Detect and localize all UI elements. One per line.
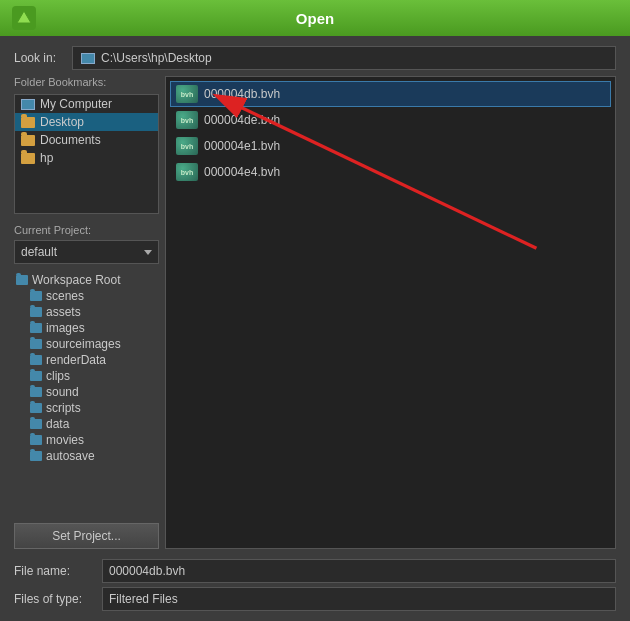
bookmark-documents[interactable]: Documents — [15, 131, 158, 149]
project-dropdown[interactable]: default — [14, 240, 159, 264]
bvh-icon-1: bvh — [176, 111, 198, 129]
file-list: bvh000004db.bvhbvh000004de.bvhbvh000004e… — [166, 77, 615, 189]
dialog-body: Look in: C:\Users\hp\Desktop Folder Book… — [0, 36, 630, 621]
folder-icon-desktop — [21, 117, 35, 128]
tree-label-images: images — [46, 321, 85, 335]
tree-label-movies: movies — [46, 433, 84, 447]
dialog-title: Open — [296, 10, 334, 27]
file-label-1: 000004de.bvh — [204, 113, 280, 127]
tree-item-clips[interactable]: clips — [14, 368, 159, 384]
tree-label-scripts: scripts — [46, 401, 81, 415]
tree-item-data[interactable]: data — [14, 416, 159, 432]
file-item-2[interactable]: bvh000004e1.bvh — [170, 133, 611, 159]
tree-folder-icon-sourceimages — [30, 339, 42, 349]
filetype-label: Files of type: — [14, 592, 94, 606]
folder-bookmarks-label: Folder Bookmarks: — [14, 76, 159, 88]
look-in-field[interactable]: C:\Users\hp\Desktop — [72, 46, 616, 70]
filetype-row: Files of type: — [14, 587, 616, 611]
bvh-icon-0: bvh — [176, 85, 198, 103]
look-in-label: Look in: — [14, 51, 64, 65]
tree-label-autosave: autosave — [46, 449, 95, 463]
tree-label-sound: sound — [46, 385, 79, 399]
computer-icon — [21, 99, 35, 110]
tree-item-scripts[interactable]: scripts — [14, 400, 159, 416]
tree-label-renderData: renderData — [46, 353, 106, 367]
filename-row: File name: — [14, 559, 616, 583]
filename-input[interactable] — [102, 559, 616, 583]
bookmark-my-computer[interactable]: My Computer — [15, 95, 158, 113]
folder-icon-documents — [21, 135, 35, 146]
bookmark-label-hp: hp — [40, 151, 53, 165]
monitor-icon — [81, 53, 95, 64]
tree-item-autosave[interactable]: autosave — [14, 448, 159, 464]
svg-marker-0 — [17, 11, 31, 23]
bookmark-label-documents: Documents — [40, 133, 101, 147]
tree-folder-icon-renderData — [30, 355, 42, 365]
tree-item-images[interactable]: images — [14, 320, 159, 336]
project-dropdown-value: default — [21, 245, 57, 259]
tree-item-sourceimages[interactable]: sourceimages — [14, 336, 159, 352]
filetype-input[interactable] — [102, 587, 616, 611]
tree-folder-icon-sound — [30, 387, 42, 397]
left-panel: Folder Bookmarks: My Computer Desktop Do… — [14, 76, 159, 549]
bookmark-desktop[interactable]: Desktop — [15, 113, 158, 131]
tree-folder-icon-clips — [30, 371, 42, 381]
bookmark-label-desktop: Desktop — [40, 115, 84, 129]
look-in-row: Look in: C:\Users\hp\Desktop — [14, 46, 616, 70]
file-item-1[interactable]: bvh000004de.bvh — [170, 107, 611, 133]
file-label-2: 000004e1.bvh — [204, 139, 280, 153]
bottom-rows: File name: Files of type: — [14, 555, 616, 611]
tree-label-data: data — [46, 417, 69, 431]
file-item-0[interactable]: bvh000004db.bvh — [170, 81, 611, 107]
current-project-label: Current Project: — [14, 224, 159, 236]
tree-folder-icon-root — [16, 275, 28, 285]
bookmarks-list[interactable]: My Computer Desktop Documents hp — [14, 94, 159, 214]
set-project-button[interactable]: Set Project... — [14, 523, 159, 549]
tree-folder-icon-scripts — [30, 403, 42, 413]
bookmark-label-mycomputer: My Computer — [40, 97, 112, 111]
tree-items-container: scenesassetsimagessourceimagesrenderData… — [14, 288, 159, 464]
tree-folder-icon-data — [30, 419, 42, 429]
tree-folder-icon-movies — [30, 435, 42, 445]
file-browser-panel[interactable]: bvh000004db.bvhbvh000004de.bvhbvh000004e… — [165, 76, 616, 549]
file-item-3[interactable]: bvh000004e4.bvh — [170, 159, 611, 185]
tree-item-scenes[interactable]: scenes — [14, 288, 159, 304]
workspace-tree: Workspace Root scenesassetsimagessourcei… — [14, 272, 159, 515]
tree-label-clips: clips — [46, 369, 70, 383]
look-in-path: C:\Users\hp\Desktop — [101, 51, 212, 65]
tree-folder-icon-assets — [30, 307, 42, 317]
tree-item-assets[interactable]: assets — [14, 304, 159, 320]
filename-label: File name: — [14, 564, 94, 578]
tree-item-workspace-root[interactable]: Workspace Root — [14, 272, 159, 288]
tree-label-scenes: scenes — [46, 289, 84, 303]
bookmark-hp[interactable]: hp — [15, 149, 158, 167]
tree-label-workspace-root: Workspace Root — [32, 273, 120, 287]
dropdown-arrow-icon — [144, 250, 152, 255]
bvh-icon-2: bvh — [176, 137, 198, 155]
tree-item-movies[interactable]: movies — [14, 432, 159, 448]
app-icon — [12, 6, 36, 30]
file-label-3: 000004e4.bvh — [204, 165, 280, 179]
bvh-icon-3: bvh — [176, 163, 198, 181]
tree-label-assets: assets — [46, 305, 81, 319]
tree-label-sourceimages: sourceimages — [46, 337, 121, 351]
folder-icon-hp — [21, 153, 35, 164]
file-label-0: 000004db.bvh — [204, 87, 280, 101]
tree-folder-icon-scenes — [30, 291, 42, 301]
tree-item-sound[interactable]: sound — [14, 384, 159, 400]
tree-folder-icon-autosave — [30, 451, 42, 461]
tree-item-renderData[interactable]: renderData — [14, 352, 159, 368]
title-bar: Open — [0, 0, 630, 36]
tree-folder-icon-images — [30, 323, 42, 333]
content-row: Folder Bookmarks: My Computer Desktop Do… — [14, 76, 616, 549]
